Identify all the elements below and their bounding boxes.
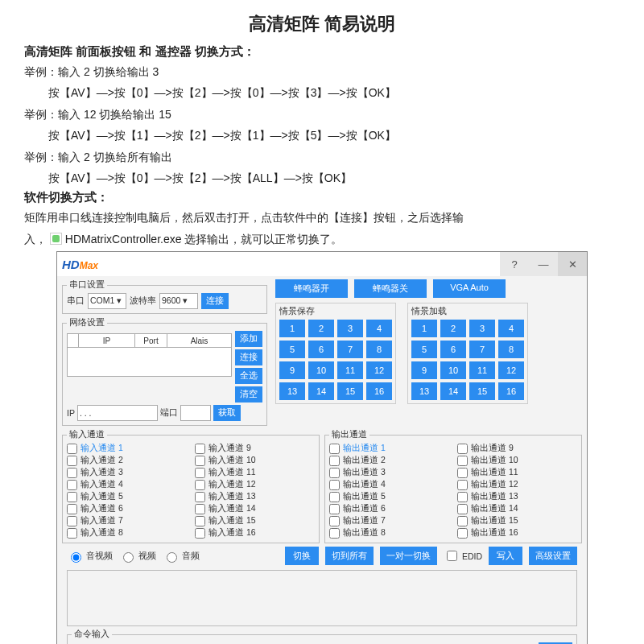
input-channel-5[interactable]: 输入通道 5 (67, 491, 187, 502)
scene-save-11[interactable]: 11 (337, 361, 363, 379)
scene-save-7[interactable]: 7 (337, 341, 363, 358)
scene-save-9[interactable]: 9 (279, 361, 305, 379)
col-ip: IP (79, 334, 135, 347)
scene-save-6[interactable]: 6 (308, 341, 334, 358)
scene-save-4[interactable]: 4 (366, 320, 392, 337)
scene-save-14[interactable]: 14 (308, 382, 334, 400)
scene-load-15[interactable]: 15 (469, 382, 495, 400)
radio-av[interactable]: 音视频 (67, 550, 113, 563)
scene-load-16[interactable]: 16 (498, 382, 524, 400)
scene-save-10[interactable]: 10 (308, 361, 334, 379)
scene-load-1[interactable]: 1 (411, 320, 437, 337)
output-channel-8[interactable]: 输出通道 8 (329, 527, 449, 539)
scene-save-12[interactable]: 12 (366, 361, 392, 379)
input-channel-9[interactable]: 输入通道 9 (195, 443, 315, 454)
input-channel-1[interactable]: 输入通道 1 (67, 443, 187, 454)
port-input[interactable] (180, 405, 211, 421)
titlebar: HDMax ? — ✕ (57, 252, 587, 276)
input-channel-6[interactable]: 输入通道 6 (67, 503, 187, 514)
scene-save-5[interactable]: 5 (279, 341, 305, 358)
scene-save-1[interactable]: 1 (279, 320, 305, 337)
input-channel-12[interactable]: 输入通道 12 (195, 479, 315, 490)
scene-load-2[interactable]: 2 (440, 320, 466, 337)
output-channel-11[interactable]: 输出通道 11 (457, 467, 577, 478)
scene-load-4[interactable]: 4 (498, 320, 524, 337)
output-channel-10[interactable]: 输出通道 10 (457, 455, 577, 466)
output-channel-7[interactable]: 输出通道 7 (329, 515, 449, 526)
help-button[interactable]: ? (500, 252, 529, 276)
input-channel-15[interactable]: 输入通道 15 (195, 515, 315, 526)
radio-audio[interactable]: 音频 (163, 550, 200, 563)
output-channel-9[interactable]: 输出通道 9 (457, 443, 577, 454)
app-logo: HDMax (57, 258, 103, 271)
buzzer-off-button[interactable]: 蜂鸣器关 (354, 279, 427, 298)
vga-auto-button[interactable]: VGA Auto (433, 279, 506, 298)
scene-save-3[interactable]: 3 (337, 320, 363, 337)
col-port: Port (135, 334, 167, 347)
output-channel-6[interactable]: 输出通道 6 (329, 503, 449, 514)
input-channel-10[interactable]: 输入通道 10 (195, 455, 315, 466)
output-channel-2[interactable]: 输出通道 2 (329, 455, 449, 466)
net-connect-button[interactable]: 连接 (235, 349, 262, 365)
input-channel-3[interactable]: 输入通道 3 (67, 467, 187, 478)
net-add-button[interactable]: 添加 (235, 331, 262, 347)
scene-save-8[interactable]: 8 (366, 341, 392, 358)
one-to-one-button[interactable]: 一对一切换 (380, 547, 437, 565)
output-channel-3[interactable]: 输出通道 3 (329, 467, 449, 478)
software-line1: 矩阵用串口线连接控制电脑后，然后双击打开，点击软件中的【连接】按钮，之后选择输 (24, 208, 620, 226)
scene-load-14[interactable]: 14 (440, 382, 466, 400)
output-channel-12[interactable]: 输出通道 12 (457, 479, 577, 490)
buzzer-on-button[interactable]: 蜂鸣器开 (275, 279, 348, 298)
net-clear-button[interactable]: 清空 (235, 386, 262, 402)
scene-save-2[interactable]: 2 (308, 320, 334, 337)
output-channel-4[interactable]: 输出通道 4 (329, 479, 449, 490)
serial-port-select[interactable]: COM1 ▾ (88, 293, 126, 309)
scene-load-13[interactable]: 13 (411, 382, 437, 400)
edid-checkbox[interactable]: EDID (444, 548, 482, 564)
scene-load-7[interactable]: 7 (469, 341, 495, 358)
net-table-body[interactable] (67, 348, 232, 377)
input-channel-4[interactable]: 输入通道 4 (67, 479, 187, 490)
output-channel-15[interactable]: 输出通道 15 (457, 515, 577, 526)
scene-load-12[interactable]: 12 (498, 361, 524, 379)
scene-load-6[interactable]: 6 (440, 341, 466, 358)
input-channel-11[interactable]: 输入通道 11 (195, 467, 315, 478)
example3-label: 举例：输入 2 切换给所有输出 (24, 148, 620, 166)
advanced-button[interactable]: 高级设置 (529, 547, 577, 565)
scene-load-5[interactable]: 5 (411, 341, 437, 358)
input-channel-2[interactable]: 输入通道 2 (67, 455, 187, 466)
switch-all-button[interactable]: 切到所有 (325, 547, 374, 565)
input-channel-7[interactable]: 输入通道 7 (67, 515, 187, 526)
input-channel-8[interactable]: 输入通道 8 (67, 527, 187, 539)
input-legend: 输入通道 (67, 429, 107, 440)
scene-load-11[interactable]: 11 (469, 361, 495, 379)
scene-load-3[interactable]: 3 (469, 320, 495, 337)
output-channel-14[interactable]: 输出通道 14 (457, 503, 577, 514)
output-channel-16[interactable]: 输出通道 16 (457, 527, 577, 539)
input-channel-13[interactable]: 输入通道 13 (195, 491, 315, 502)
net-selectall-button[interactable]: 全选 (235, 368, 262, 384)
scene-load-8[interactable]: 8 (498, 341, 524, 358)
net-get-button[interactable]: 获取 (213, 405, 241, 421)
input-channel-16[interactable]: 输入通道 16 (195, 527, 315, 539)
command-input: 命令输入 十六进制 发送 (67, 629, 577, 644)
output-channel-1[interactable]: 输出通道 1 (329, 443, 449, 454)
baud-select[interactable]: 9600 ▾ (159, 293, 198, 309)
ip-input[interactable]: . . . (77, 405, 158, 421)
radio-video[interactable]: 视频 (119, 550, 156, 563)
serial-connect-button[interactable]: 连接 (201, 293, 229, 309)
output-channel-13[interactable]: 输出通道 13 (457, 491, 577, 502)
write-button[interactable]: 写入 (489, 547, 522, 565)
close-button[interactable]: ✕ (558, 252, 587, 276)
scene-load-9[interactable]: 9 (411, 361, 437, 379)
app-window: HDMax ? — ✕ 串口设置 串口 COM1 ▾ 波特率 9600 ▾ 连接 (56, 251, 588, 644)
scene-save-15[interactable]: 15 (337, 382, 363, 400)
example1-sequence: 按【AV】—>按【0】—>按【2】—>按【0】—>按【3】—>按【OK】 (48, 84, 620, 101)
input-channel-14[interactable]: 输入通道 14 (195, 503, 315, 514)
output-channel-5[interactable]: 输出通道 5 (329, 491, 449, 502)
scene-load-10[interactable]: 10 (440, 361, 466, 379)
minimize-button[interactable]: — (529, 252, 558, 276)
scene-save-13[interactable]: 13 (279, 382, 305, 400)
scene-save-16[interactable]: 16 (366, 382, 392, 400)
switch-button[interactable]: 切换 (285, 547, 319, 565)
